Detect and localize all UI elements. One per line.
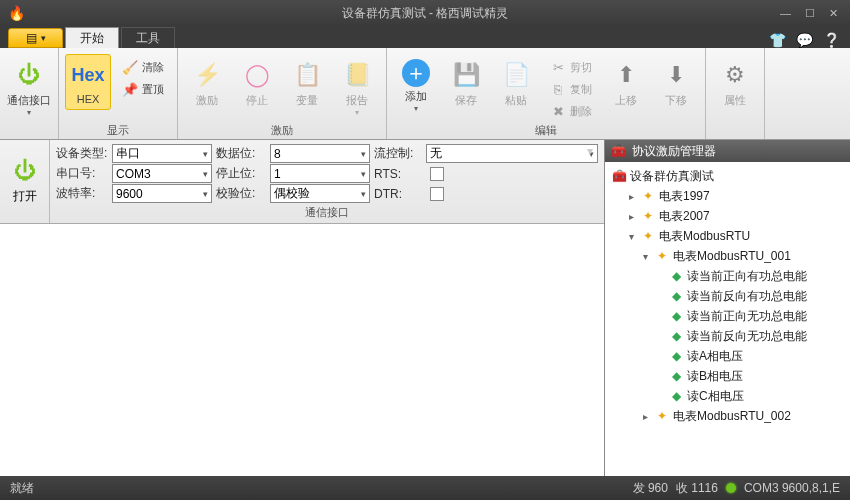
device-type-label: 设备类型:	[56, 145, 108, 162]
open-button[interactable]: 打开	[13, 188, 37, 205]
help-icon[interactable]: ❔	[823, 32, 840, 48]
movedown-button[interactable]: ⬇下移	[653, 54, 699, 113]
window-title: 设备群仿真测试 - 格西调试精灵	[342, 5, 509, 22]
save-button[interactable]: 💾保存	[443, 54, 489, 113]
stop-icon: ◯	[241, 59, 273, 91]
stop-button[interactable]: ◯停止	[234, 54, 280, 113]
tree-node[interactable]: ▾✦电表ModbusRTU	[607, 226, 848, 246]
tree-leaf[interactable]: ◆读A相电压	[607, 346, 848, 366]
tree-leaf[interactable]: ◆读当前正向有功总电能	[607, 266, 848, 286]
pin-button[interactable]: 📌置顶	[115, 78, 171, 100]
left-pane: ⏻ 打开 设备类型: 串口 数据位: 8 流控制: 无 串口号: COM3 停止…	[0, 140, 605, 476]
device-icon: ✦	[654, 409, 670, 423]
rts-checkbox[interactable]	[430, 167, 444, 181]
delete-button[interactable]: ✖删除	[543, 100, 599, 122]
add-button[interactable]: ＋添加▾	[393, 54, 439, 118]
properties-button[interactable]: ⚙属性	[712, 54, 758, 113]
status-conn: COM3 9600,8,1,E	[744, 481, 840, 495]
shirt-icon[interactable]: 👕	[769, 32, 786, 48]
chevron-right-icon[interactable]: ▸	[625, 191, 637, 202]
port-select[interactable]: COM3	[112, 164, 212, 183]
rts-label: RTS:	[374, 167, 422, 181]
parity-select[interactable]: 偶校验	[270, 184, 370, 203]
diamond-icon: ◆	[668, 389, 684, 403]
config-footer: 通信接口	[56, 204, 598, 223]
flow-select[interactable]: 无	[426, 144, 598, 163]
databits-select[interactable]: 8	[270, 144, 370, 163]
tree-node[interactable]: ▾✦电表ModbusRTU_001	[607, 246, 848, 266]
connect-icon: ⏻	[14, 158, 36, 184]
hex-button[interactable]: Hex HEX	[65, 54, 111, 110]
stimulus-button[interactable]: ⚡激励	[184, 54, 230, 113]
copy-icon: ⎘	[550, 81, 566, 97]
status-rx: 收 1116	[676, 480, 718, 497]
group-label-display: 显示	[65, 123, 171, 139]
tree-leaf[interactable]: ◆读当前反向无功总电能	[607, 326, 848, 346]
briefcase-icon: 🧰	[611, 169, 627, 183]
clipboard-icon: 📋	[291, 59, 323, 91]
status-ready: 就绪	[10, 480, 34, 497]
comm-interface-button[interactable]: ⏻ 通信接口 ▾	[6, 54, 52, 122]
tree-leaf[interactable]: ◆读当前反向有功总电能	[607, 286, 848, 306]
hex-icon: Hex	[72, 59, 104, 91]
chevron-right-icon[interactable]: ▸	[639, 411, 651, 422]
chevron-down-icon[interactable]: ▾	[625, 231, 637, 242]
report-button[interactable]: 📒报告▾	[334, 54, 380, 122]
titlebar: 🔥 设备群仿真测试 - 格西调试精灵 — ☐ ✕	[0, 0, 850, 26]
report-icon: 📒	[341, 59, 373, 91]
device-icon: ✦	[640, 189, 656, 203]
tree-node[interactable]: ▸✦电表ModbusRTU_002	[607, 406, 848, 426]
collapse-panel-icon[interactable]: ▾	[587, 144, 593, 158]
variable-button[interactable]: 📋变量	[284, 54, 330, 113]
ribbon-tabbar: ▤ 开始 工具 👕 💬 ❔	[0, 26, 850, 48]
delete-icon: ✖	[550, 103, 566, 119]
clear-button[interactable]: 🧹清除	[115, 56, 171, 78]
close-button[interactable]: ✕	[829, 7, 838, 20]
right-pane: ▾ 🧰 协议激励管理器 🧰设备群仿真测试 ▸✦电表1997 ▸✦电表2007 ▾…	[605, 140, 850, 476]
bolt-icon: ⚡	[191, 59, 223, 91]
baud-label: 波特率:	[56, 185, 108, 202]
diamond-icon: ◆	[668, 369, 684, 383]
parity-label: 校验位:	[216, 185, 266, 202]
tree-root[interactable]: 🧰设备群仿真测试	[607, 166, 848, 186]
list-icon: ▤	[26, 31, 37, 45]
cut-button[interactable]: ✂剪切	[543, 56, 599, 78]
chat-icon[interactable]: 💬	[796, 32, 813, 48]
cut-icon: ✂	[550, 59, 566, 75]
device-type-select[interactable]: 串口	[112, 144, 212, 163]
diamond-icon: ◆	[668, 349, 684, 363]
tree-leaf[interactable]: ◆读当前正向无功总电能	[607, 306, 848, 326]
broom-icon: 🧹	[122, 59, 138, 75]
paste-icon: 📄	[500, 59, 532, 91]
app-icon: 🔥	[8, 5, 25, 21]
maximize-button[interactable]: ☐	[805, 7, 815, 20]
databits-label: 数据位:	[216, 145, 266, 162]
tab-tools[interactable]: 工具	[121, 27, 175, 48]
gear-icon: ⚙	[719, 59, 751, 91]
tree-leaf[interactable]: ◆读B相电压	[607, 366, 848, 386]
moveup-button[interactable]: ⬆上移	[603, 54, 649, 113]
tab-start[interactable]: 开始	[65, 27, 119, 48]
status-led-icon	[726, 483, 736, 493]
tree-view[interactable]: 🧰设备群仿真测试 ▸✦电表1997 ▸✦电表2007 ▾✦电表ModbusRTU…	[605, 162, 850, 476]
chevron-down-icon[interactable]: ▾	[639, 251, 651, 262]
paste-button[interactable]: 📄粘贴	[493, 54, 539, 113]
flow-label: 流控制:	[374, 145, 422, 162]
device-icon: ✦	[654, 249, 670, 263]
chevron-right-icon[interactable]: ▸	[625, 211, 637, 222]
stopbits-select[interactable]: 1	[270, 164, 370, 183]
file-menu-button[interactable]: ▤	[8, 28, 63, 48]
baud-select[interactable]: 9600	[112, 184, 212, 203]
dtr-checkbox[interactable]	[430, 187, 444, 201]
minimize-button[interactable]: —	[780, 7, 791, 20]
tree-node[interactable]: ▸✦电表2007	[607, 206, 848, 226]
tree-node[interactable]: ▸✦电表1997	[607, 186, 848, 206]
workarea: ⏻ 打开 设备类型: 串口 数据位: 8 流控制: 无 串口号: COM3 停止…	[0, 140, 850, 476]
dtr-label: DTR:	[374, 187, 422, 201]
diamond-icon: ◆	[668, 269, 684, 283]
arrow-down-icon: ⬇	[660, 59, 692, 91]
arrow-up-icon: ⬆	[610, 59, 642, 91]
group-label-stimulus: 激励	[184, 123, 380, 139]
copy-button[interactable]: ⎘复制	[543, 78, 599, 100]
tree-leaf[interactable]: ◆读C相电压	[607, 386, 848, 406]
